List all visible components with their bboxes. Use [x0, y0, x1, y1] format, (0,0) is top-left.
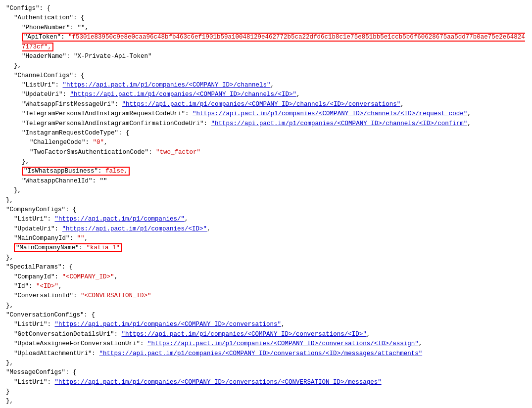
json-key: "WhatsappFirstMessageUri" [22, 101, 115, 108]
json-plain: : [148, 149, 156, 156]
json-key: "ConversationId" [14, 292, 73, 299]
json-url-value[interactable]: "https://api.pact.im/p1/companies/<ID>" [62, 226, 207, 232]
json-viewer: "Configs": {"Authentication": {"PhoneNum… [6, 4, 526, 408]
json-url-value[interactable]: "https://api.pact.im/p1/companies/" [55, 216, 185, 223]
highlight-box: "ApiToken": "f5301e83950c9e8e0caa96c48bf… [22, 33, 525, 51]
json-plain: , [367, 331, 371, 338]
json-plain: : [61, 34, 68, 41]
json-plain: , [58, 283, 62, 290]
code-line: }, [6, 253, 526, 263]
code-line: "HeaderName": "X-Private-Api-Token" [6, 52, 526, 61]
json-plain: : [92, 350, 99, 357]
json-plain: : [86, 139, 93, 146]
json-string-value: "" [77, 235, 85, 242]
code-line: "PhoneNumber": "", [6, 23, 526, 33]
json-plain: , [419, 340, 423, 347]
json-key: "UpdateUri" [14, 226, 55, 232]
json-key: "UploadAttachmentUri" [14, 350, 92, 357]
code-line: "UploadAttachmentUri": "https://api.pact… [6, 349, 526, 359]
json-plain: : [48, 379, 55, 386]
json-string-value: "0" [93, 139, 104, 146]
json-plain: : [115, 101, 122, 108]
json-url-value[interactable]: "https://api.pact.im/p1/companies/<COMPA… [63, 82, 271, 89]
code-line: }, [6, 397, 526, 406]
code-line: "Authentication": { [6, 13, 526, 23]
json-key: "TwoFactorSmsAuthenticationCode" [30, 149, 148, 156]
json-string-value: "f5301e83950c9e8e0caa96c48bfb463c6ef1901… [22, 34, 525, 50]
code-line: "ConversationConfigs": { [6, 311, 526, 320]
json-plain: , [271, 82, 275, 89]
json-url-value[interactable]: "https://api.pact.im/p1/companies/<COMPA… [55, 379, 382, 386]
json-plain: : [98, 168, 105, 175]
json-plain: : [73, 292, 81, 299]
code-line: "ListUri": "https://api.pact.im/p1/compa… [6, 320, 526, 329]
code-line: "WhatsappChannelId": "" [6, 177, 526, 186]
code-line: "ConversationId": "<CONVERSATION_ID>" [6, 291, 526, 301]
code-line: }, [6, 61, 526, 71]
json-url-value[interactable]: "https://api.pact.im/p1/companies/<COMPA… [70, 91, 297, 98]
json-plain: : [29, 283, 36, 290]
json-url-value[interactable]: "https://api.pact.im/p1/companies/<COMPA… [99, 350, 423, 357]
code-line: "UpdateUri": "https://api.pact.im/p1/com… [6, 225, 526, 234]
code-line: "ChallengeCode": "0", [6, 138, 526, 147]
code-line: "WhatsappFirstMessageUri": "https://api.… [6, 100, 526, 109]
json-bool-value: false, [105, 168, 128, 175]
code-line: "MainCompanyId": "", [6, 234, 526, 243]
code-line: "InstagramRequestCodeType": { [6, 129, 526, 138]
json-url-value[interactable]: "https://api.pact.im/p1/companies/<COMPA… [122, 331, 367, 338]
code-line: "TwoFactorSmsAuthenticationCode": "two_f… [6, 148, 526, 157]
json-plain: : [185, 110, 193, 117]
json-plain: : [140, 340, 147, 347]
json-key: "MainCompanyId" [14, 235, 70, 242]
json-string-value: "<CONVERSATION_ID>" [81, 292, 151, 299]
code-line: "GetConversationDetailsUri": "https://ap… [6, 330, 526, 339]
json-key: "TelegramPersonalAndInstagramConfirmatio… [22, 120, 204, 127]
code-line: "ApiToken": "f5301e83950c9e8e0caa96c48bf… [6, 33, 526, 52]
json-plain: , [114, 273, 118, 280]
json-plain: , [400, 101, 404, 108]
code-line: "CompanyId": "<COMPANY_ID>", [6, 272, 526, 282]
code-line: "MessageConfigs": { [6, 368, 526, 377]
json-plain: , [104, 139, 108, 146]
code-line: }, [6, 157, 526, 167]
json-string-value: "<ID>" [36, 283, 58, 290]
code-line: "UpdateUri": "https://api.pact.im/p1/com… [6, 90, 526, 99]
code-line: "UpdateAssigneeForConversationUri": "htt… [6, 339, 526, 349]
json-plain: : [63, 91, 70, 98]
json-key: "UpdateUri" [22, 91, 63, 98]
json-plain: , [296, 91, 300, 98]
code-line: }, [6, 196, 526, 205]
code-line: "ListUri": "https://api.pact.im/p1/compa… [6, 378, 526, 387]
json-string-value: "two_factor" [156, 149, 200, 156]
json-key: "IsWhatsappBusiness" [24, 168, 98, 175]
json-plain: : [48, 216, 55, 223]
json-key: "ListUri" [14, 216, 48, 223]
json-key: "TelegramPersonalAndInstagramRequestCode… [22, 110, 185, 117]
json-url-value[interactable]: "https://api.pact.im/p1/companies/<COMPA… [211, 120, 468, 127]
json-url-value[interactable]: "https://api.pact.im/p1/companies/<COMPA… [147, 340, 419, 347]
json-key: "Id" [14, 283, 29, 290]
code-line: "TelegramPersonalAndInstagramRequestCode… [6, 109, 526, 119]
json-key: "GetConversationDetailsUri" [14, 331, 114, 338]
json-url-value[interactable]: "https://api.pact.im/p1/companies/<COMPA… [193, 110, 467, 117]
json-url-value[interactable]: "https://api.pact.im/p1/companies/<COMPA… [122, 101, 401, 108]
json-plain: : [55, 82, 63, 89]
json-key: "MainCompanyName" [16, 244, 79, 251]
code-line: "ListUri": "https://api.pact.im/p1/compa… [6, 215, 526, 224]
highlight-box: "IsWhatsappBusiness": false, [22, 167, 130, 176]
highlight-box: "MainCompanyName": "katia_1" [14, 243, 122, 252]
json-string-value: "katia_1" [87, 244, 120, 251]
json-key: "CompanyId" [14, 273, 55, 280]
json-plain: : [204, 120, 211, 127]
json-url-value[interactable]: "https://api.pact.im/p1/companies/<COMPA… [55, 321, 282, 328]
code-line: "SpecialParams": { [6, 263, 526, 272]
json-plain: , [85, 235, 89, 242]
json-plain: , [185, 216, 189, 223]
json-key: "ListUri" [22, 82, 55, 89]
code-line: } [6, 387, 526, 397]
code-line: "Id": "<ID>", [6, 282, 526, 291]
code-line: "MainCompanyName": "katia_1" [6, 243, 526, 253]
json-plain: : [48, 321, 55, 328]
json-string-value: "<COMPANY_ID>" [62, 273, 114, 280]
json-key: "ListUri" [14, 379, 48, 386]
